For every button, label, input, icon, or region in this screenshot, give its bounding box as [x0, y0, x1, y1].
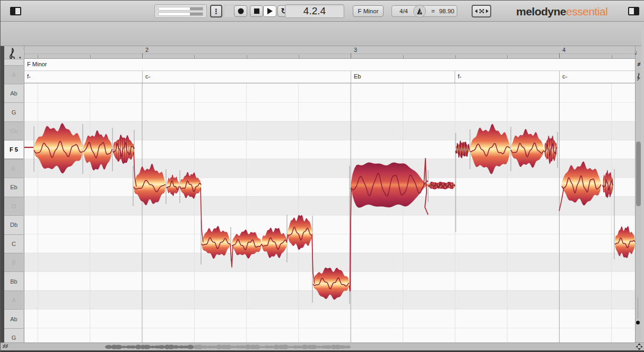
grid-left-border	[24, 46, 24, 342]
time-signature[interactable]: 4/4	[399, 8, 408, 14]
edit-toolbar: Eb 5 +8 ct	[1, 22, 644, 46]
bar-number: 2	[145, 47, 149, 53]
pitch-ruler-label: Gb	[10, 128, 18, 134]
pitch-ruler-row-g[interactable]: G	[4, 102, 23, 121]
overview-blob	[143, 345, 151, 349]
pitch-ruler-row-ab[interactable]: Ab	[4, 309, 23, 328]
grid-row-stripe	[24, 328, 635, 342]
overview-blob	[324, 345, 332, 349]
key-track[interactable]: F Minor	[24, 59, 635, 71]
grid-row-stripe	[24, 197, 635, 215]
timeline-tick	[299, 55, 299, 58]
pitch-ruler-label: D	[12, 203, 16, 209]
pitch-ruler-row-a[interactable]: A	[4, 65, 23, 84]
level-meter-cap	[190, 13, 203, 15]
pitch-ruler-row-bb[interactable]: Bb	[4, 271, 23, 290]
timeline-divider	[24, 54, 635, 54]
vertical-scrollbar-thumb[interactable]	[636, 142, 641, 206]
metronome-icon[interactable]	[413, 5, 426, 17]
overview-blob	[302, 345, 308, 349]
autostretch-button[interactable]	[472, 5, 491, 17]
tempo-group[interactable]: 4/4 = 98.90	[391, 5, 457, 17]
key-button[interactable]: F Minor	[353, 5, 384, 17]
pitch-ruler-row-gb[interactable]: Gb	[4, 121, 23, 140]
key-track-label: F Minor	[27, 61, 47, 67]
zoom-slider-handle[interactable]	[636, 321, 640, 324]
tempo-value[interactable]: 98.90	[439, 8, 455, 14]
overview-waveform[interactable]	[1, 343, 626, 351]
note-editor-canvas[interactable]	[24, 83, 635, 342]
chord-label: Eb	[354, 73, 361, 80]
right-panel-toggle-icon[interactable]	[628, 7, 639, 15]
chord-cell-f[interactable]: f-	[24, 71, 142, 83]
pitch-ruler-label: G	[12, 335, 16, 341]
bar-number: 4	[562, 47, 565, 53]
timeline-ruler[interactable]: 234	[24, 46, 635, 59]
monitor-button[interactable]: ⋮	[210, 5, 222, 17]
pitch-ruler-label: Ab	[10, 90, 17, 96]
grid-row-stripe	[24, 159, 635, 178]
grid-row-stripe	[24, 84, 635, 102]
melodyne-logo: melodyneessential	[516, 5, 607, 18]
pitch-ruler-row-db[interactable]: Db	[4, 215, 23, 234]
stop-icon	[254, 8, 259, 14]
level-meter	[154, 4, 207, 18]
pitch-ruler-row-eb[interactable]: Eb	[4, 178, 23, 196]
timeline-tick	[403, 55, 404, 58]
grid-row-stripe	[24, 309, 635, 328]
chord-cell-c[interactable]: c-	[559, 71, 635, 83]
scale-snap-toggle[interactable]: ♯♯	[634, 61, 642, 67]
level-meter-cap	[190, 7, 203, 10]
timeline-tick	[559, 53, 560, 58]
pitch-ruler-row-a[interactable]: A	[4, 291, 23, 309]
grid-row-stripe	[24, 215, 635, 234]
overview-blob	[158, 345, 166, 349]
timeline-tick	[612, 55, 612, 58]
pitch-ruler-row-c[interactable]: C	[4, 234, 23, 253]
chord-label: c-	[145, 73, 150, 80]
pitch-ruler-row-b[interactable]: B	[4, 253, 23, 271]
level-meter-bar-left	[158, 7, 203, 11]
timeline-tick	[351, 53, 351, 58]
grid-row-stripe	[24, 234, 635, 253]
pitch-ruler-row-d[interactable]: D	[4, 197, 23, 215]
note-value-selector[interactable]: ♩▾	[634, 48, 641, 56]
pitch-ruler-row-e[interactable]: E	[4, 159, 23, 178]
pitch-ruler-label: B	[12, 259, 15, 266]
timeline-tick	[194, 55, 195, 58]
chord-track[interactable]: f-c-Ebf-c-	[24, 71, 635, 83]
chord-cell-c[interactable]: c-	[142, 71, 351, 83]
pitch-ruler-label: Db	[10, 222, 18, 228]
melodyne-window: ⋮ ↻ 4.2.4 F Minor 4/4 = 98.90	[0, 0, 644, 352]
pitch-ruler-row-g[interactable]: G	[4, 328, 23, 342]
overview-blob	[345, 346, 351, 349]
pitch-ruler-label: A	[12, 297, 15, 303]
timeline-tick	[455, 55, 456, 58]
overview-bar[interactable]: ♯♯	[1, 342, 644, 350]
timeline-tick	[38, 55, 38, 58]
overview-blob	[339, 345, 346, 349]
pitch-ruler-row-f5[interactable]: F 5	[4, 140, 23, 159]
chord-label: f-	[27, 73, 31, 80]
timeline-tick	[142, 53, 143, 58]
play-button[interactable]	[263, 5, 276, 17]
pitch-ruler-label: Ab	[10, 316, 17, 322]
record-icon	[238, 8, 244, 14]
right-edge-frame	[641, 22, 644, 350]
pitch-ruler-label: F 5	[10, 146, 18, 153]
chord-cell-eb[interactable]: Eb	[351, 71, 455, 83]
pitch-ruler-row-ab[interactable]: Ab	[4, 84, 23, 102]
grid-row-stripe	[24, 178, 635, 196]
grid-row-stripe	[24, 102, 635, 121]
position-display[interactable]: 4.2.4	[285, 4, 344, 18]
left-panel-toggle-fill	[11, 8, 15, 14]
stop-button[interactable]	[250, 5, 263, 17]
left-panel-toggle-icon[interactable]	[10, 7, 21, 15]
metronome-glyph	[416, 7, 423, 15]
pitch-ruler-label: C	[12, 241, 16, 247]
record-button[interactable]	[234, 5, 247, 17]
chord-cell-f[interactable]: f-	[455, 71, 559, 83]
pan-zoom-corner-icon[interactable]	[636, 343, 643, 350]
pitch-ruler-label: Eb	[10, 184, 17, 190]
timeline-tick	[90, 55, 91, 58]
